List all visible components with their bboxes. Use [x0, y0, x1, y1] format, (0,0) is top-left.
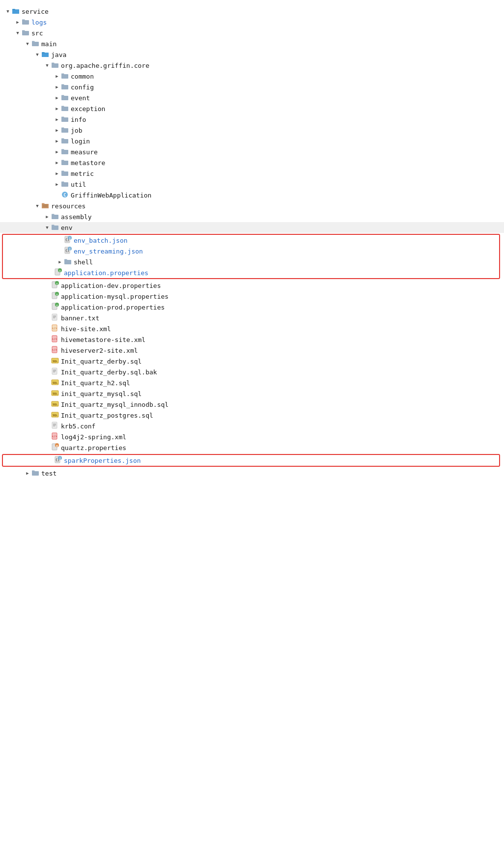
tree-item-measure[interactable]: measure: [0, 146, 504, 157]
tree-item-src[interactable]: src: [0, 28, 504, 38]
expand-arrow[interactable]: [33, 51, 41, 58]
svg-rect-23: [61, 116, 64, 118]
no-arrow[interactable]: [43, 411, 51, 419]
tree-item-application-prod.properties[interactable]: ⚙ application-prod.properties: [0, 302, 504, 312]
collapse-arrow[interactable]: [24, 469, 31, 477]
file-label: org.apache.griffin.core: [61, 62, 149, 69]
collapse-arrow[interactable]: [53, 126, 61, 134]
tree-item-exception[interactable]: exception: [0, 103, 504, 114]
tree-item-env_batch.json[interactable]: {} j env_batch.json: [3, 235, 499, 246]
collapse-arrow[interactable]: [53, 94, 61, 102]
no-arrow[interactable]: [43, 282, 51, 289]
expand-arrow[interactable]: [43, 61, 51, 69]
expand-arrow[interactable]: [43, 224, 51, 231]
tree-item-test[interactable]: test: [0, 468, 504, 479]
file-label: metastore: [71, 159, 105, 167]
no-arrow[interactable]: [43, 336, 51, 343]
tree-item-log4j2-spring.xml[interactable]: </> log4j2-spring.xml: [0, 431, 504, 442]
tree-item-sparkProperties.json[interactable]: {} j sparkProperties.json: [3, 455, 499, 466]
svg-text:</>: </>: [52, 348, 57, 351]
tree-item-logs[interactable]: logs: [0, 17, 504, 28]
tree-item-resources[interactable]: resources: [0, 200, 504, 211]
no-arrow[interactable]: [43, 433, 51, 441]
tree-item-application-dev.properties[interactable]: ⚙ application-dev.properties: [0, 280, 504, 291]
tree-item-service[interactable]: service: [0, 6, 504, 17]
no-arrow[interactable]: [43, 357, 51, 365]
tree-item-application-mysql.properties[interactable]: ⚙ application-mysql.properties: [0, 291, 504, 302]
tree-item-java[interactable]: java: [0, 49, 504, 60]
no-arrow[interactable]: [46, 269, 54, 277]
no-arrow[interactable]: [46, 456, 54, 464]
no-arrow[interactable]: [43, 303, 51, 311]
tree-item-Init_quartz_mysql_innodb.sql[interactable]: SQL Init_quartz_mysql_innodb.sql: [0, 399, 504, 410]
collapse-arrow[interactable]: [53, 180, 61, 188]
tree-item-shell[interactable]: shell: [3, 256, 499, 267]
tree-item-info[interactable]: info: [0, 114, 504, 125]
tree-item-login[interactable]: login: [0, 136, 504, 146]
tree-item-hiveserver2-site.xml[interactable]: </> hiveserver2-site.xml: [0, 345, 504, 356]
tree-item-krb5.conf[interactable]: krb5.conf: [0, 421, 504, 431]
collapse-arrow[interactable]: [53, 83, 61, 91]
no-arrow[interactable]: [56, 236, 64, 244]
tree-item-Init_quartz_h2.sql[interactable]: SQL Init_quartz_h2.sql: [0, 377, 504, 388]
tree-item-common[interactable]: common: [0, 71, 504, 82]
tree-item-banner.txt[interactable]: banner.txt: [0, 312, 504, 323]
collapse-arrow[interactable]: [56, 258, 64, 266]
no-arrow[interactable]: [53, 191, 61, 199]
collapse-arrow[interactable]: [14, 18, 22, 26]
tree-item-Init_quartz_postgres.sql[interactable]: SQL Init_quartz_postgres.sql: [0, 410, 504, 421]
no-arrow[interactable]: [43, 325, 51, 333]
tree-item-Init_quartz_derby.sql.bak[interactable]: Init_quartz_derby.sql.bak: [0, 367, 504, 377]
no-arrow[interactable]: [43, 292, 51, 300]
tree-item-metric[interactable]: metric: [0, 168, 504, 179]
collapse-arrow[interactable]: [53, 170, 61, 177]
collapse-arrow[interactable]: [53, 159, 61, 167]
collapse-arrow[interactable]: [53, 137, 61, 145]
no-arrow[interactable]: [43, 422, 51, 430]
tree-item-env[interactable]: env: [0, 222, 504, 233]
tree-item-assembly[interactable]: assembly: [0, 211, 504, 222]
tree-item-job[interactable]: job: [0, 125, 504, 136]
collapse-arrow[interactable]: [43, 213, 51, 221]
collapse-arrow[interactable]: [53, 148, 61, 156]
expand-arrow[interactable]: [24, 40, 31, 48]
no-arrow[interactable]: [43, 400, 51, 408]
tree-item-GriffinWebApplication[interactable]: C GriffinWebApplication: [0, 190, 504, 200]
collapse-arrow[interactable]: [53, 115, 61, 123]
tree-item-event[interactable]: event: [0, 92, 504, 103]
svg-rect-4: [22, 19, 25, 21]
tree-item-util[interactable]: util: [0, 179, 504, 190]
tree-item-Init_quartz_derby.sql[interactable]: SQL Init_quartz_derby.sql: [0, 356, 504, 367]
no-arrow[interactable]: [43, 314, 51, 322]
collapse-arrow[interactable]: [53, 105, 61, 113]
tree-item-application.properties[interactable]: ⚙ application.properties: [3, 267, 499, 278]
tree-item-org.apache.griffin.core[interactable]: org.apache.griffin.core: [0, 60, 504, 71]
file-label: assembly: [61, 213, 92, 221]
tree-item-env_streaming.json[interactable]: {} j env_streaming.json: [3, 246, 499, 256]
expand-arrow[interactable]: [33, 202, 41, 210]
svg-rect-19: [61, 95, 64, 96]
tree-item-hivemetastore-site.xml[interactable]: </> hivemetastore-site.xml: [0, 334, 504, 345]
file-label: measure: [71, 148, 98, 156]
no-arrow[interactable]: [43, 368, 51, 376]
tree-item-metastore[interactable]: metastore: [0, 157, 504, 168]
folder-gray-icon: [22, 28, 31, 38]
svg-text:C: C: [63, 193, 66, 198]
expand-arrow[interactable]: [14, 29, 22, 37]
tree-item-hive-site.xml[interactable]: </> hive-site.xml: [0, 323, 504, 334]
java-class-icon: C: [61, 191, 71, 200]
no-arrow[interactable]: [43, 390, 51, 397]
no-arrow[interactable]: [43, 346, 51, 354]
tree-item-quartz.properties[interactable]: ▦ quartz.properties: [0, 442, 504, 453]
expand-arrow[interactable]: [4, 7, 12, 15]
tree-item-main[interactable]: main: [0, 38, 504, 49]
tree-item-config[interactable]: config: [0, 82, 504, 92]
no-arrow[interactable]: [43, 379, 51, 387]
svg-rect-127: [32, 471, 39, 476]
no-arrow[interactable]: [56, 247, 64, 255]
json-icon: {} j: [54, 456, 64, 465]
no-arrow[interactable]: [43, 444, 51, 452]
svg-rect-16: [61, 85, 68, 89]
tree-item-init_quartz_mysql.sql[interactable]: SQL init_quartz_mysql.sql: [0, 388, 504, 399]
collapse-arrow[interactable]: [53, 72, 61, 80]
